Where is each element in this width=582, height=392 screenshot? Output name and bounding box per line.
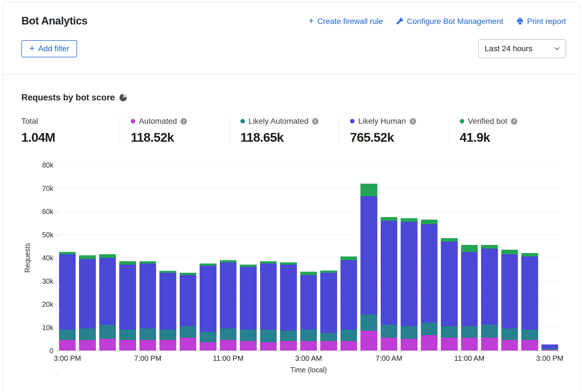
info-icon[interactable]	[410, 118, 416, 125]
bar-segment-verified-bot[interactable]	[180, 273, 196, 275]
bar-segment-likely-automated[interactable]	[119, 330, 136, 340]
bar-slot[interactable]	[178, 165, 198, 350]
bar-slot[interactable]	[399, 165, 419, 350]
bar-segment-verified-bot[interactable]	[320, 271, 337, 273]
bar-slot[interactable]	[77, 165, 97, 350]
bar-slot[interactable]	[379, 165, 399, 350]
bar-segment-automated[interactable]	[340, 341, 357, 350]
bar-segment-verified-bot[interactable]	[381, 217, 397, 220]
bar-segment-likely-human[interactable]	[139, 263, 156, 328]
bar-segment-verified-bot[interactable]	[119, 261, 136, 265]
bar-segment-automated[interactable]	[542, 350, 558, 350]
bar-slot[interactable]	[98, 165, 118, 350]
bar-segment-likely-human[interactable]	[240, 267, 256, 329]
bar-slot[interactable]	[218, 165, 238, 350]
bar-segment-likely-human[interactable]	[260, 263, 277, 330]
bar-segment-likely-human[interactable]	[542, 344, 558, 348]
bar-segment-likely-human[interactable]	[159, 273, 176, 330]
bar-segment-automated[interactable]	[461, 338, 478, 350]
bar-segment-automated[interactable]	[381, 338, 397, 350]
bar-slot[interactable]	[238, 165, 258, 350]
bar-segment-likely-human[interactable]	[461, 252, 478, 326]
bar-segment-likely-automated[interactable]	[99, 325, 116, 339]
bar-segment-likely-automated[interactable]	[200, 332, 216, 342]
bar-segment-verified-bot[interactable]	[200, 263, 216, 266]
bar-segment-likely-automated[interactable]	[381, 325, 397, 337]
bar-segment-automated[interactable]	[421, 335, 437, 350]
bar-slot[interactable]	[198, 165, 218, 350]
bar-slot[interactable]	[138, 165, 158, 350]
bar-segment-likely-human[interactable]	[401, 222, 417, 326]
bar-segment-likely-automated[interactable]	[360, 314, 377, 331]
bar-segment-likely-human[interactable]	[501, 254, 518, 328]
bar-segment-verified-bot[interactable]	[159, 271, 176, 273]
bar-segment-likely-automated[interactable]	[501, 328, 518, 340]
bar-segment-automated[interactable]	[180, 338, 196, 350]
bar-segment-likely-human[interactable]	[79, 259, 96, 328]
bar-segment-likely-automated[interactable]	[159, 330, 176, 340]
bar-segment-automated[interactable]	[99, 339, 116, 350]
bar-segment-verified-bot[interactable]	[340, 256, 357, 260]
bar-segment-verified-bot[interactable]	[360, 184, 377, 196]
bar-segment-verified-bot[interactable]	[481, 245, 498, 248]
bar-segment-likely-automated[interactable]	[220, 328, 236, 340]
bar-segment-likely-automated[interactable]	[441, 326, 457, 338]
bar-segment-likely-automated[interactable]	[280, 331, 297, 341]
bar-segment-likely-human[interactable]	[300, 275, 317, 330]
bar-segment-likely-automated[interactable]	[300, 330, 317, 341]
bar-segment-verified-bot[interactable]	[240, 265, 256, 267]
bar-slot[interactable]	[500, 165, 520, 350]
bar-slot[interactable]	[299, 165, 319, 350]
bar-segment-verified-bot[interactable]	[401, 218, 417, 222]
bar-segment-verified-bot[interactable]	[99, 254, 116, 258]
bar-slot[interactable]	[540, 165, 560, 350]
bar-slot[interactable]	[278, 165, 298, 350]
bar-segment-likely-automated[interactable]	[180, 326, 196, 338]
bar-segment-likely-automated[interactable]	[340, 330, 357, 341]
bar-slot[interactable]	[158, 165, 178, 350]
bar-slot[interactable]	[459, 165, 479, 350]
configure-bot-management-link[interactable]: Configure Bot Management	[396, 17, 503, 26]
bar-segment-likely-automated[interactable]	[461, 326, 478, 338]
bar-slot[interactable]	[439, 165, 459, 350]
bar-slot[interactable]	[359, 165, 379, 350]
bar-segment-verified-bot[interactable]	[220, 260, 236, 262]
bar-segment-verified-bot[interactable]	[421, 220, 437, 224]
bar-segment-likely-automated[interactable]	[481, 325, 498, 337]
bar-segment-likely-automated[interactable]	[320, 333, 337, 341]
bar-segment-likely-automated[interactable]	[421, 323, 437, 335]
bar-segment-likely-human[interactable]	[200, 266, 216, 332]
bar-segment-likely-human[interactable]	[521, 256, 538, 329]
bar-segment-automated[interactable]	[280, 341, 297, 350]
info-icon[interactable]	[312, 118, 319, 125]
bar-segment-likely-automated[interactable]	[260, 330, 277, 342]
bar-slot[interactable]	[57, 165, 77, 350]
bar-segment-automated[interactable]	[139, 340, 156, 350]
bar-segment-likely-human[interactable]	[220, 262, 236, 328]
bar-slot[interactable]	[339, 165, 359, 350]
bar-segment-likely-human[interactable]	[320, 273, 337, 333]
bar-segment-automated[interactable]	[220, 340, 236, 350]
bar-segment-automated[interactable]	[260, 342, 277, 350]
bar-segment-likely-human[interactable]	[119, 265, 136, 330]
bar-slot[interactable]	[258, 165, 278, 350]
bar-segment-likely-human[interactable]	[180, 275, 196, 326]
bar-segment-likely-automated[interactable]	[59, 330, 76, 340]
info-icon[interactable]	[181, 118, 187, 125]
bar-segment-verified-bot[interactable]	[59, 252, 76, 254]
bar-segment-automated[interactable]	[441, 338, 457, 350]
bar-segment-automated[interactable]	[159, 340, 176, 350]
bar-segment-automated[interactable]	[200, 342, 216, 350]
bar-segment-verified-bot[interactable]	[441, 238, 457, 242]
bar-segment-automated[interactable]	[240, 341, 256, 350]
bar-segment-automated[interactable]	[401, 339, 417, 350]
bar-segment-automated[interactable]	[320, 341, 337, 350]
bar-segment-automated[interactable]	[300, 341, 317, 350]
bar-segment-automated[interactable]	[79, 340, 96, 350]
bar-segment-automated[interactable]	[59, 340, 76, 350]
bar-slot[interactable]	[319, 165, 339, 350]
bar-segment-verified-bot[interactable]	[139, 261, 156, 263]
bar-segment-automated[interactable]	[360, 331, 377, 350]
time-range-select[interactable]: Last 24 hours	[478, 39, 566, 58]
bar-segment-likely-human[interactable]	[441, 242, 457, 326]
